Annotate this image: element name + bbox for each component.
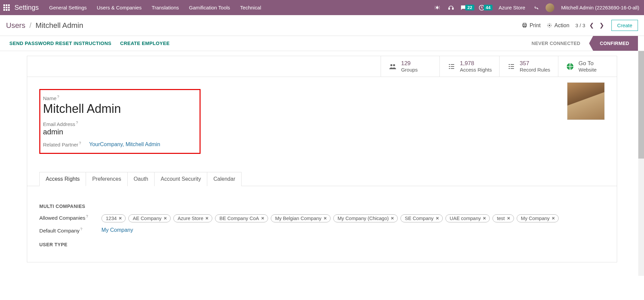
stat-record-rules[interactable]: 357Record Rules [499,56,558,77]
nav-gamification[interactable]: Gamification Tools [185,5,234,10]
svg-point-9 [393,64,395,66]
chip-remove-icon[interactable]: ✕ [391,216,394,221]
svg-point-8 [390,64,392,66]
company-chip[interactable]: UAE company✕ [445,214,490,222]
chip-remove-icon[interactable]: ✕ [483,216,486,221]
messages-button[interactable]: 22 [460,4,474,11]
nav-technical[interactable]: Technical [236,5,266,10]
allowed-companies-row: Allowed Companies? 1234✕ AE Company✕ Azu… [39,214,605,222]
stat-website[interactable]: Go ToWebsite [558,56,617,77]
tab-account-security[interactable]: Account Security [154,172,207,186]
allowed-companies-chips[interactable]: 1234✕ AE Company✕ Azure Store✕ BE Compan… [101,214,559,222]
create-button[interactable]: Create [611,20,638,31]
help-icon[interactable]: ? [76,121,78,125]
stat-num: 357 [520,60,550,67]
partner-link[interactable]: YourCompany, Mitchell Admin [89,141,160,147]
stat-access-rights[interactable]: 1,978Access Rights [439,56,499,77]
pager-next-icon[interactable]: ❯ [598,21,605,30]
breadcrumb: Users / Mitchell Admin [6,21,83,30]
tab-calendar[interactable]: Calendar [207,172,242,186]
company-chip[interactable]: My Company (Chicago)✕ [333,214,398,222]
chip-remove-icon[interactable]: ✕ [261,216,264,221]
current-user[interactable]: Mitchell Admin (22263690-16-0-all) [561,5,639,10]
nav-general-settings[interactable]: General Settings [45,5,91,10]
company-chip[interactable]: 1234✕ [101,214,126,222]
form-sheet: 129Groups 1,978Access Rights 357Record R… [27,56,617,262]
print-label: Print [529,23,541,29]
chip-remove-icon[interactable]: ✕ [205,216,209,221]
name-value[interactable]: Mitchell Admin [43,102,196,116]
action-bar: SEND PASSWORD RESET INSTRUCTIONS CREATE … [0,36,644,51]
nav-users-companies[interactable]: Users & Companies [92,5,146,10]
company-chip[interactable]: test✕ [492,214,514,222]
action-label: Action [554,23,569,29]
chip-remove-icon[interactable]: ✕ [324,216,327,221]
company-chip[interactable]: BE Company CoA✕ [215,214,268,222]
default-company-row: Default Company? My Company [39,227,605,234]
tab-preferences[interactable]: Preferences [86,172,127,186]
chip-remove-icon[interactable]: ✕ [552,216,555,221]
stat-label: Website [578,67,597,73]
action-button[interactable]: Action [547,23,569,29]
svg-rect-1 [449,8,450,9]
app-title: Settings [14,4,39,11]
help-icon[interactable]: ? [57,95,59,99]
print-button[interactable]: Print [522,23,541,29]
stat-groups[interactable]: 129Groups [381,56,439,77]
breadcrumb-root[interactable]: Users [6,21,25,30]
scrollbar-thumb[interactable] [638,51,644,159]
highlighted-region: Name? Mitchell Admin Email Address? admi… [39,89,201,154]
stat-num: 1,978 [460,60,492,67]
stat-num: Go To [578,60,597,67]
nav-translations[interactable]: Translations [147,5,183,10]
svg-rect-11 [451,64,454,65]
default-company-value[interactable]: My Company [101,227,133,233]
send-password-reset-button[interactable]: SEND PASSWORD RESET INSTRUCTIONS [9,41,111,46]
create-employee-button[interactable]: CREATE EMPLOYEE [120,41,170,46]
status-never-connected[interactable]: NEVER CONNECTED [523,36,589,51]
svg-rect-2 [453,8,454,9]
help-icon[interactable]: ? [79,141,81,145]
svg-rect-13 [451,66,454,67]
company-chip[interactable]: Azure Store✕ [173,214,213,222]
allowed-companies-label: Allowed Companies? [39,214,101,221]
scrollbar[interactable] [638,51,644,276]
company-chip[interactable]: AE Company✕ [128,214,170,222]
tab-oauth[interactable]: Oauth [127,172,155,186]
chip-remove-icon[interactable]: ✕ [436,216,439,221]
activities-button[interactable]: 44 [478,4,492,11]
svg-rect-12 [449,66,450,67]
chip-remove-icon[interactable]: ✕ [507,216,510,221]
topbar: Settings General Settings Users & Compan… [0,0,644,15]
company-chip[interactable]: My Belgian Company✕ [271,214,331,222]
chip-remove-icon[interactable]: ✕ [164,216,167,221]
svg-rect-16 [509,64,510,65]
svg-rect-10 [449,64,450,65]
control-bar: Users / Mitchell Admin Print Action 3 / … [0,15,644,36]
stat-label: Groups [401,67,418,73]
svg-rect-14 [449,68,450,69]
company-selector[interactable]: Azure Store [499,5,525,10]
email-value[interactable]: admin [43,128,196,136]
pager-prev-icon[interactable]: ❮ [588,21,595,30]
bug-icon[interactable] [434,4,440,11]
default-company-label: Default Company? [39,227,101,234]
company-chip[interactable]: My Company✕ [517,214,559,222]
pager: 3 / 3 ❮ ❯ [575,21,605,30]
stat-row: 129Groups 1,978Access Rights 357Record R… [27,56,617,77]
company-chip[interactable]: SE Company✕ [400,214,442,222]
tab-access-rights[interactable]: Access Rights [39,172,86,186]
partner-label: Related Partner? [43,141,81,147]
messages-count: 22 [465,5,474,10]
user-avatar-icon[interactable] [546,3,554,12]
chip-remove-icon[interactable]: ✕ [119,216,122,221]
svg-rect-18 [509,66,510,67]
help-icon[interactable]: ? [80,227,82,231]
tools-icon[interactable] [533,4,539,11]
status-confirmed[interactable]: CONFIRMED [589,36,638,51]
apps-menu-icon[interactable] [3,4,10,11]
support-icon[interactable] [448,4,454,11]
help-icon[interactable]: ? [86,214,88,218]
user-photo[interactable] [567,82,605,120]
section-multi-companies: MULTI COMPANIES [39,204,605,209]
